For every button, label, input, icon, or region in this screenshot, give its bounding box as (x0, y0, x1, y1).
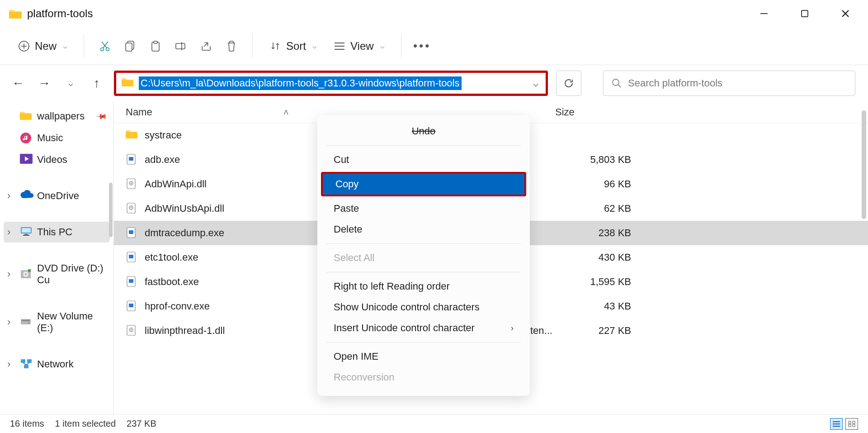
dll-icon (126, 202, 138, 215)
view-details-toggle[interactable] (830, 418, 843, 430)
sidebar-item-onedrive[interactable]: OneDrive (4, 186, 110, 206)
share-button[interactable] (195, 35, 217, 57)
refresh-button[interactable] (556, 71, 581, 96)
file-size: 96 KB (568, 178, 631, 190)
new-button[interactable]: New ⌵ (11, 35, 74, 57)
chevron-right-icon: › (511, 324, 514, 333)
sort-icon (269, 40, 282, 52)
window-title: platform-tools (27, 7, 93, 20)
svg-rect-63 (849, 421, 851, 423)
context-insert-unicode[interactable]: Insert Unicode control character › (317, 318, 530, 338)
svg-line-40 (26, 363, 29, 365)
maximize-button[interactable] (796, 9, 814, 18)
sidebar-item-network[interactable]: Network (4, 354, 110, 375)
context-open-ime[interactable]: Open IME (317, 346, 530, 367)
plus-circle-icon (18, 40, 30, 52)
sidebar-item-label: This PC (37, 226, 72, 238)
recent-button[interactable]: ⌵ (61, 74, 80, 92)
svg-rect-65 (849, 424, 851, 427)
sidebar-item-label: Videos (37, 154, 67, 166)
network-icon (20, 358, 32, 370)
context-select-all: Select All (317, 247, 530, 268)
titlebar: platform-tools (0, 0, 868, 27)
file-name: AdbWinApi.dll (145, 178, 346, 190)
search-icon (612, 78, 622, 88)
sidebar-item-new-volume-e-[interactable]: New Volume (E:) (4, 306, 110, 338)
svg-point-8 (106, 48, 109, 51)
context-undo[interactable]: Undo (317, 121, 530, 142)
column-name-header[interactable]: Name (126, 106, 152, 118)
context-rtl[interactable]: Right to left Reading order (317, 276, 530, 297)
minimize-button[interactable] (755, 9, 773, 18)
search-input[interactable]: Search platform-tools (603, 71, 855, 96)
sort-button[interactable]: Sort ⌵ (263, 35, 323, 57)
sidebar-scrollbar[interactable] (109, 183, 113, 237)
svg-rect-54 (129, 279, 133, 283)
svg-point-20 (613, 79, 619, 86)
close-button[interactable] (836, 9, 854, 18)
sidebar: wallpapers📌MusicVideosOneDriveThis PCDVD… (0, 101, 114, 414)
context-menu: Undo Cut Copy Paste Delete Select All Ri… (317, 115, 530, 396)
status-bar: 16 items 1 item selected 237 KB (0, 414, 868, 433)
svg-line-39 (23, 363, 26, 365)
file-name: libwinpthread-1.dll (145, 325, 346, 337)
sidebar-item-wallpapers[interactable]: wallpapers📌 (4, 106, 110, 127)
music-icon (20, 132, 32, 144)
svg-rect-38 (24, 365, 28, 368)
context-delete[interactable]: Delete (317, 219, 530, 240)
folder-icon (122, 77, 134, 90)
file-list-scrollbar[interactable] (862, 110, 866, 219)
column-size-header[interactable]: Size (555, 106, 618, 118)
address-path[interactable]: C:\Users\m_la\Downloads\platform-tools_r… (139, 76, 462, 90)
sidebar-item-label: Network (37, 358, 74, 370)
forward-button[interactable]: → (35, 74, 53, 92)
sidebar-item-dvd-drive-d-cu[interactable]: DVD Drive (D:) Cu (4, 258, 110, 290)
context-copy-highlight: Copy (321, 172, 526, 196)
address-bar[interactable]: C:\Users\m_la\Downloads\platform-tools_r… (114, 71, 548, 96)
file-name: adb.exe (145, 154, 346, 166)
sort-arrow-icon: ᐱ (284, 109, 288, 116)
view-button[interactable]: View ⌵ (327, 35, 391, 57)
context-paste[interactable]: Paste (317, 198, 530, 219)
context-separator (326, 342, 521, 343)
status-count: 16 items (10, 419, 44, 429)
svg-rect-27 (24, 234, 28, 235)
svg-rect-50 (129, 230, 133, 234)
context-show-unicode[interactable]: Show Unicode control characters (317, 297, 530, 318)
svg-point-7 (101, 48, 104, 51)
paste-button[interactable] (145, 35, 166, 57)
sidebar-item-label: OneDrive (37, 190, 79, 202)
view-label: View (350, 40, 374, 52)
sidebar-item-this-pc[interactable]: This PC (4, 222, 110, 243)
svg-rect-28 (23, 235, 29, 236)
exe-icon (126, 251, 138, 264)
svg-rect-52 (129, 255, 133, 258)
context-cut[interactable]: Cut (317, 149, 530, 170)
back-button[interactable]: ← (9, 74, 27, 92)
context-separator (326, 145, 521, 146)
cut-button[interactable] (94, 35, 116, 57)
sidebar-item-label: wallpapers (37, 110, 85, 122)
context-copy[interactable]: Copy (323, 174, 524, 195)
file-size: 1,595 KB (568, 276, 631, 288)
view-thumbnails-toggle[interactable] (845, 418, 858, 430)
copy-button[interactable] (119, 35, 141, 57)
svg-rect-12 (126, 43, 132, 51)
svg-point-45 (131, 183, 132, 184)
sidebar-item-videos[interactable]: Videos (4, 149, 110, 170)
dll-icon (126, 324, 138, 337)
drive-icon (20, 316, 32, 328)
delete-button[interactable] (221, 35, 242, 57)
rename-button[interactable] (170, 35, 192, 57)
svg-rect-42 (129, 157, 133, 161)
svg-point-31 (25, 274, 27, 275)
address-history-button[interactable]: ⌵ (529, 78, 542, 89)
sidebar-item-label: DVD Drive (D:) Cu (37, 262, 106, 286)
sidebar-item-music[interactable]: Music (4, 128, 110, 148)
folder-icon (126, 129, 138, 142)
file-name: systrace (145, 129, 346, 141)
up-button[interactable]: ↑ (88, 74, 106, 92)
file-name: fastboot.exe (145, 276, 346, 288)
more-button[interactable]: ••• (411, 35, 433, 57)
exe-icon (126, 153, 138, 166)
